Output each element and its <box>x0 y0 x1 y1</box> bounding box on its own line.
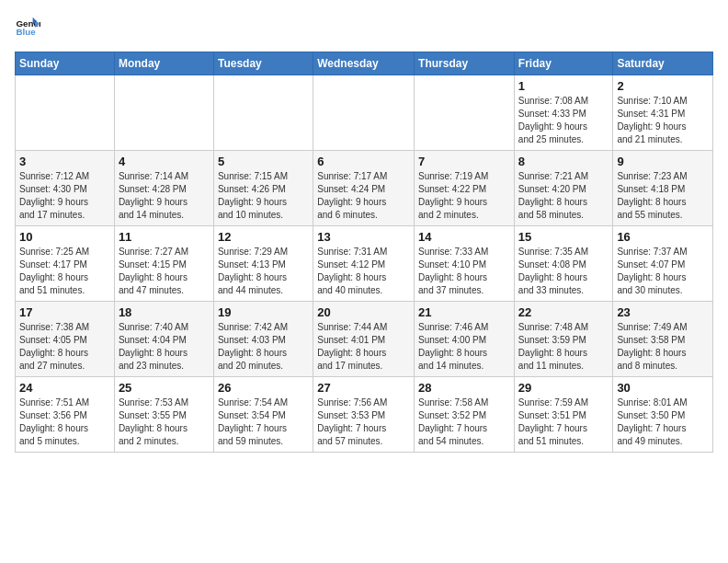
calendar-cell <box>114 75 213 151</box>
weekday-row: SundayMondayTuesdayWednesdayThursdayFrid… <box>16 52 713 75</box>
day-number: 12 <box>218 230 309 244</box>
calendar-cell: 18Sunrise: 7:40 AM Sunset: 4:04 PM Dayli… <box>114 302 213 377</box>
calendar-cell: 6Sunrise: 7:17 AM Sunset: 4:24 PM Daylig… <box>313 151 415 226</box>
calendar-cell: 11Sunrise: 7:27 AM Sunset: 4:15 PM Dayli… <box>114 226 213 302</box>
svg-text:Blue: Blue <box>16 27 36 37</box>
day-number: 5 <box>218 155 309 168</box>
day-info: Sunrise: 7:46 AM Sunset: 4:00 PM Dayligh… <box>418 321 510 373</box>
day-info: Sunrise: 7:44 AM Sunset: 4:01 PM Dayligh… <box>317 321 410 373</box>
day-number: 23 <box>617 305 709 319</box>
day-number: 6 <box>317 155 410 168</box>
day-info: Sunrise: 7:51 AM Sunset: 3:56 PM Dayligh… <box>19 396 110 448</box>
day-number: 25 <box>119 381 210 395</box>
day-number: 10 <box>19 230 110 244</box>
calendar: SundayMondayTuesdayWednesdayThursdayFrid… <box>15 52 713 453</box>
day-info: Sunrise: 7:17 AM Sunset: 4:24 PM Dayligh… <box>317 170 410 222</box>
calendar-week: 17Sunrise: 7:38 AM Sunset: 4:05 PM Dayli… <box>16 302 713 377</box>
day-info: Sunrise: 8:01 AM Sunset: 3:50 PM Dayligh… <box>617 396 709 448</box>
day-info: Sunrise: 7:37 AM Sunset: 4:07 PM Dayligh… <box>617 246 709 297</box>
day-info: Sunrise: 7:56 AM Sunset: 3:53 PM Dayligh… <box>317 396 410 448</box>
day-info: Sunrise: 7:54 AM Sunset: 3:54 PM Dayligh… <box>218 396 309 448</box>
calendar-cell: 1Sunrise: 7:08 AM Sunset: 4:33 PM Daylig… <box>514 75 613 151</box>
calendar-cell: 15Sunrise: 7:35 AM Sunset: 4:08 PM Dayli… <box>514 226 613 302</box>
day-number: 16 <box>617 230 709 244</box>
logo-icon: General Blue <box>15 15 40 40</box>
calendar-cell: 23Sunrise: 7:49 AM Sunset: 3:58 PM Dayli… <box>613 302 713 377</box>
weekday-header: Sunday <box>16 52 115 75</box>
day-info: Sunrise: 7:27 AM Sunset: 4:15 PM Dayligh… <box>119 246 210 297</box>
day-number: 24 <box>19 381 110 395</box>
calendar-cell: 12Sunrise: 7:29 AM Sunset: 4:13 PM Dayli… <box>213 226 313 302</box>
day-number: 17 <box>19 305 110 319</box>
calendar-cell: 30Sunrise: 8:01 AM Sunset: 3:50 PM Dayli… <box>613 377 713 453</box>
weekday-header: Monday <box>114 52 213 75</box>
day-info: Sunrise: 7:58 AM Sunset: 3:52 PM Dayligh… <box>418 396 510 448</box>
day-info: Sunrise: 7:10 AM Sunset: 4:31 PM Dayligh… <box>617 95 709 146</box>
calendar-cell: 13Sunrise: 7:31 AM Sunset: 4:12 PM Dayli… <box>313 226 415 302</box>
day-info: Sunrise: 7:23 AM Sunset: 4:18 PM Dayligh… <box>617 170 709 222</box>
day-number: 15 <box>518 230 609 244</box>
day-info: Sunrise: 7:49 AM Sunset: 3:58 PM Dayligh… <box>617 321 709 373</box>
calendar-cell: 8Sunrise: 7:21 AM Sunset: 4:20 PM Daylig… <box>514 151 613 226</box>
calendar-cell: 3Sunrise: 7:12 AM Sunset: 4:30 PM Daylig… <box>16 151 115 226</box>
calendar-body: 1Sunrise: 7:08 AM Sunset: 4:33 PM Daylig… <box>16 75 713 453</box>
calendar-cell: 19Sunrise: 7:42 AM Sunset: 4:03 PM Dayli… <box>213 302 313 377</box>
weekday-header: Thursday <box>415 52 515 75</box>
calendar-cell: 7Sunrise: 7:19 AM Sunset: 4:22 PM Daylig… <box>415 151 515 226</box>
day-number: 20 <box>317 305 410 319</box>
calendar-header: SundayMondayTuesdayWednesdayThursdayFrid… <box>16 52 713 75</box>
calendar-cell: 16Sunrise: 7:37 AM Sunset: 4:07 PM Dayli… <box>613 226 713 302</box>
day-number: 11 <box>119 230 210 244</box>
day-info: Sunrise: 7:29 AM Sunset: 4:13 PM Dayligh… <box>218 246 309 297</box>
weekday-header: Wednesday <box>313 52 415 75</box>
calendar-cell: 28Sunrise: 7:58 AM Sunset: 3:52 PM Dayli… <box>415 377 515 453</box>
weekday-header: Friday <box>514 52 613 75</box>
calendar-week: 3Sunrise: 7:12 AM Sunset: 4:30 PM Daylig… <box>16 151 713 226</box>
day-number: 30 <box>617 381 709 395</box>
day-info: Sunrise: 7:31 AM Sunset: 4:12 PM Dayligh… <box>317 246 410 297</box>
calendar-cell <box>213 75 313 151</box>
calendar-cell: 29Sunrise: 7:59 AM Sunset: 3:51 PM Dayli… <box>514 377 613 453</box>
day-info: Sunrise: 7:35 AM Sunset: 4:08 PM Dayligh… <box>518 246 609 297</box>
day-number: 8 <box>518 155 609 168</box>
day-info: Sunrise: 7:53 AM Sunset: 3:55 PM Dayligh… <box>119 396 210 448</box>
calendar-week: 10Sunrise: 7:25 AM Sunset: 4:17 PM Dayli… <box>16 226 713 302</box>
day-number: 26 <box>218 381 309 395</box>
calendar-week: 1Sunrise: 7:08 AM Sunset: 4:33 PM Daylig… <box>16 75 713 151</box>
day-info: Sunrise: 7:21 AM Sunset: 4:20 PM Dayligh… <box>518 170 609 222</box>
weekday-header: Tuesday <box>213 52 313 75</box>
header: General Blue <box>15 15 713 40</box>
day-number: 3 <box>19 155 110 168</box>
calendar-cell <box>415 75 515 151</box>
day-number: 19 <box>218 305 309 319</box>
day-info: Sunrise: 7:14 AM Sunset: 4:28 PM Dayligh… <box>119 170 210 222</box>
day-number: 28 <box>418 381 510 395</box>
weekday-header: Saturday <box>613 52 713 75</box>
day-number: 9 <box>617 155 709 168</box>
day-info: Sunrise: 7:15 AM Sunset: 4:26 PM Dayligh… <box>218 170 309 222</box>
day-number: 18 <box>119 305 210 319</box>
calendar-cell: 21Sunrise: 7:46 AM Sunset: 4:00 PM Dayli… <box>415 302 515 377</box>
day-info: Sunrise: 7:25 AM Sunset: 4:17 PM Dayligh… <box>19 246 110 297</box>
day-number: 1 <box>518 79 609 93</box>
day-info: Sunrise: 7:19 AM Sunset: 4:22 PM Dayligh… <box>418 170 510 222</box>
day-number: 21 <box>418 305 510 319</box>
calendar-cell: 10Sunrise: 7:25 AM Sunset: 4:17 PM Dayli… <box>16 226 115 302</box>
calendar-cell: 5Sunrise: 7:15 AM Sunset: 4:26 PM Daylig… <box>213 151 313 226</box>
day-info: Sunrise: 7:38 AM Sunset: 4:05 PM Dayligh… <box>19 321 110 373</box>
day-number: 29 <box>518 381 609 395</box>
calendar-cell: 4Sunrise: 7:14 AM Sunset: 4:28 PM Daylig… <box>114 151 213 226</box>
day-info: Sunrise: 7:08 AM Sunset: 4:33 PM Dayligh… <box>518 95 609 146</box>
calendar-cell: 9Sunrise: 7:23 AM Sunset: 4:18 PM Daylig… <box>613 151 713 226</box>
day-number: 27 <box>317 381 410 395</box>
day-info: Sunrise: 7:59 AM Sunset: 3:51 PM Dayligh… <box>518 396 609 448</box>
day-number: 2 <box>617 79 709 93</box>
calendar-cell: 17Sunrise: 7:38 AM Sunset: 4:05 PM Dayli… <box>16 302 115 377</box>
calendar-cell: 27Sunrise: 7:56 AM Sunset: 3:53 PM Dayli… <box>313 377 415 453</box>
page-container: General Blue SundayMondayTuesdayWednesda… <box>0 0 728 460</box>
calendar-cell: 26Sunrise: 7:54 AM Sunset: 3:54 PM Dayli… <box>213 377 313 453</box>
day-info: Sunrise: 7:48 AM Sunset: 3:59 PM Dayligh… <box>518 321 609 373</box>
calendar-cell: 14Sunrise: 7:33 AM Sunset: 4:10 PM Dayli… <box>415 226 515 302</box>
calendar-cell: 2Sunrise: 7:10 AM Sunset: 4:31 PM Daylig… <box>613 75 713 151</box>
calendar-cell: 20Sunrise: 7:44 AM Sunset: 4:01 PM Dayli… <box>313 302 415 377</box>
